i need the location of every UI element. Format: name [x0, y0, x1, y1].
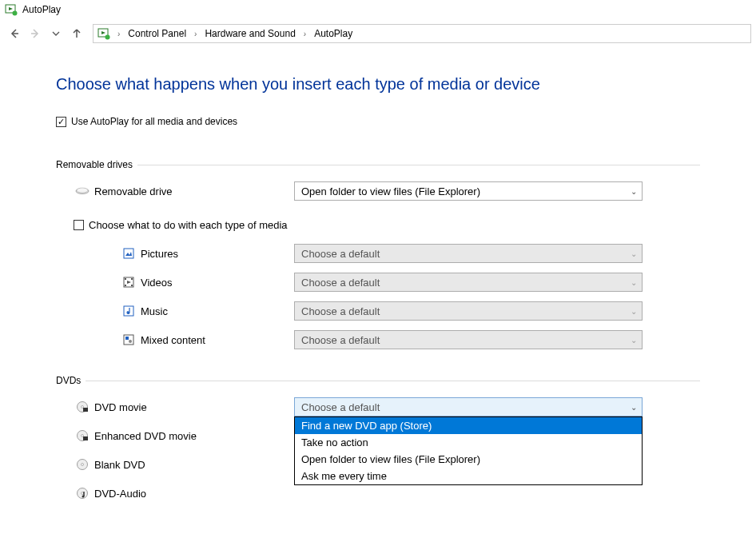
nav-up-button[interactable] [67, 24, 86, 43]
section-divider [137, 165, 700, 165]
row-mixed: Mixed content Choose a default ⌄ [56, 330, 700, 349]
nav-row: › Control Panel › Hardware and Sound › A… [0, 19, 756, 51]
row-videos: Videos Choose a default ⌄ [56, 273, 700, 292]
chevron-down-icon: ⌄ [631, 187, 637, 196]
section-dvds: DVDs DVD movie Choose a default ⌄ Find a… [56, 375, 700, 503]
dvd-movie-dropdown-list: Find a new DVD app (Store) Take no actio… [294, 416, 643, 485]
chevron-down-icon: ⌄ [631, 336, 637, 345]
svg-rect-15 [131, 278, 133, 280]
dvd-option-ask-me[interactable]: Ask me every time [295, 468, 642, 484]
section-removable-drives: Removable drives Removable drive Open fo… [56, 159, 700, 349]
dvd-option-take-no-action[interactable]: Take no action [295, 434, 642, 451]
removable-drive-value: Open folder to view files (File Explorer… [301, 185, 480, 197]
videos-dropdown[interactable]: Choose a default ⌄ [294, 273, 643, 292]
breadcrumb-hardware-sound[interactable]: Hardware and Sound [203, 28, 296, 39]
dvd-movie-value: Choose a default [301, 401, 380, 413]
nav-back-button[interactable] [5, 24, 24, 43]
svg-rect-25 [83, 408, 88, 412]
pictures-value: Choose a default [301, 248, 380, 260]
dvd-audio-icon [74, 486, 91, 500]
music-icon [120, 304, 137, 318]
chevron-down-icon: ⌄ [631, 403, 637, 412]
dvd-movie-label: DVD movie [94, 401, 294, 413]
blank-dvd-icon [74, 457, 91, 472]
mixed-content-dropdown[interactable]: Choose a default ⌄ [294, 330, 643, 349]
section-header-removable: Removable drives [56, 159, 700, 170]
autoplay-app-icon [5, 3, 18, 16]
dvd-option-find-app[interactable]: Find a new DVD app (Store) [295, 417, 642, 434]
pictures-icon [120, 246, 137, 261]
svg-point-7 [105, 35, 110, 40]
svg-point-19 [127, 312, 129, 314]
svg-point-2 [13, 11, 18, 16]
enhanced-dvd-icon [74, 428, 91, 443]
svg-rect-14 [125, 285, 126, 286]
section-title-removable: Removable drives [56, 159, 133, 170]
chevron-down-icon: ⌄ [631, 307, 637, 316]
each-type-label: Choose what to do with each type of medi… [89, 219, 288, 231]
nav-history-dropdown-button[interactable] [46, 24, 66, 43]
svg-point-9 [77, 188, 88, 193]
svg-point-30 [82, 464, 84, 466]
chevron-right-icon[interactable]: › [300, 30, 309, 38]
row-music: Music Choose a default ⌄ [56, 301, 700, 321]
row-dvd-movie: DVD movie Choose a default ⌄ Find a new … [56, 397, 700, 416]
svg-rect-16 [131, 285, 133, 286]
mixed-content-label: Mixed content [141, 334, 294, 346]
chevron-down-icon: ⌄ [631, 278, 637, 287]
each-type-checkbox[interactable] [74, 220, 84, 230]
row-removable-drive: Removable drive Open folder to view file… [56, 181, 700, 201]
svg-rect-21 [125, 337, 129, 340]
svg-rect-10 [124, 249, 133, 258]
pictures-dropdown[interactable]: Choose a default ⌄ [294, 244, 643, 263]
title-bar: AutoPlay [0, 0, 756, 19]
row-pictures: Pictures Choose a default ⌄ [56, 244, 700, 263]
breadcrumb-control-panel[interactable]: Control Panel [126, 28, 188, 39]
section-header-dvds: DVDs [56, 375, 700, 386]
mixed-content-icon [120, 333, 137, 347]
svg-rect-13 [125, 278, 126, 280]
pictures-label: Pictures [141, 248, 294, 260]
music-dropdown[interactable]: Choose a default ⌄ [294, 301, 643, 321]
videos-value: Choose a default [301, 277, 380, 289]
svg-marker-6 [101, 31, 105, 34]
removable-drive-label: Removable drive [94, 185, 294, 197]
dvd-audio-label: DVD-Audio [94, 488, 294, 500]
music-value: Choose a default [301, 305, 380, 317]
autoplay-location-icon [97, 26, 111, 41]
svg-rect-28 [83, 436, 88, 440]
window-title: AutoPlay [22, 4, 61, 15]
dvd-option-open-folder[interactable]: Open folder to view files (File Explorer… [295, 451, 642, 468]
use-autoplay-all-checkbox[interactable]: ✓ [56, 117, 66, 127]
removable-drive-dropdown[interactable]: Open folder to view files (File Explorer… [294, 181, 643, 201]
dvd-movie-dropdown[interactable]: Choose a default ⌄ Find a new DVD app (S… [294, 397, 643, 416]
dvd-movie-icon [74, 400, 91, 414]
enhanced-dvd-label: Enhanced DVD movie [94, 430, 294, 442]
svg-point-22 [129, 340, 132, 343]
videos-label: Videos [141, 277, 294, 289]
section-title-dvds: DVDs [56, 375, 81, 386]
row-dvd-audio: DVD-Audio [56, 484, 700, 503]
master-checkbox-row: ✓ Use AutoPlay for all media and devices [56, 116, 700, 127]
svg-marker-1 [9, 7, 13, 10]
breadcrumb-autoplay[interactable]: AutoPlay [312, 28, 354, 39]
chevron-down-icon: ⌄ [631, 249, 637, 258]
page-heading: Choose what happens when you insert each… [56, 75, 700, 94]
use-autoplay-all-label: Use AutoPlay for all media and devices [71, 116, 237, 127]
mixed-content-value: Choose a default [301, 334, 380, 346]
nav-forward-button[interactable] [26, 24, 45, 43]
removable-drive-icon [74, 184, 91, 198]
section-divider [86, 381, 700, 381]
blank-dvd-label: Blank DVD [94, 459, 294, 471]
chevron-right-icon[interactable]: › [114, 30, 123, 38]
videos-icon [120, 275, 137, 289]
content-area: Choose what happens when you insert each… [0, 51, 756, 538]
svg-point-32 [82, 492, 84, 495]
row-each-type: Choose what to do with each type of medi… [56, 215, 700, 234]
svg-point-33 [82, 496, 85, 498]
svg-rect-18 [124, 306, 133, 316]
chevron-right-icon[interactable]: › [191, 30, 200, 38]
music-label: Music [141, 305, 294, 317]
address-bar[interactable]: › Control Panel › Hardware and Sound › A… [93, 24, 751, 43]
